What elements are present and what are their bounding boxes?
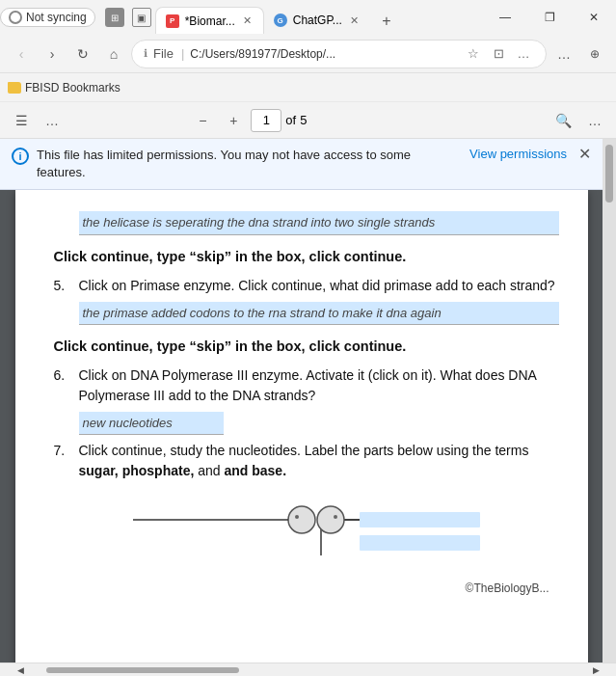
pdf-more-button[interactable]: … — [39, 107, 66, 134]
refresh-button[interactable]: ↻ — [69, 41, 96, 68]
svg-rect-4 — [360, 535, 480, 551]
tab-favicon-chatgpt: G — [274, 14, 287, 27]
q7-sugar: sugar, — [79, 463, 119, 478]
tab-favicon-biomar: P — [166, 14, 179, 28]
svg-point-6 — [288, 506, 315, 533]
page-total-label: 5 — [300, 113, 307, 127]
bookmarks-label: FBISD Bookmarks — [25, 81, 121, 95]
q7-base: and base. — [224, 463, 286, 478]
tab-close-biomar[interactable]: ✕ — [241, 14, 254, 28]
address-separator: | — [181, 46, 184, 61]
pdf-search-button[interactable]: 🔍 — [550, 107, 577, 134]
sync-icon — [9, 11, 22, 24]
nucleotide-diagram — [123, 493, 490, 570]
maximize-button[interactable]: ❐ — [527, 2, 572, 33]
bookmarks-folder[interactable]: FBISD Bookmarks — [8, 81, 121, 95]
address-more-icon[interactable]: … — [513, 43, 534, 65]
pdf-content: i This file has limited permissions. You… — [0, 139, 603, 662]
scrollbar-track[interactable] — [603, 139, 616, 662]
page-number-input[interactable] — [251, 109, 281, 132]
address-path: C:/Users/891977/Desktop/... — [190, 47, 335, 61]
tabs-bar: P *Biomar... ✕ G ChatGP... ✕ + — [151, 1, 483, 34]
back-button[interactable]: ‹ — [8, 41, 35, 68]
q6-text: Click on DNA Polymerase III enzyme. Acti… — [79, 365, 559, 406]
banner-close-button[interactable]: ✕ — [578, 147, 591, 162]
bookmarks-bar: FBISD Bookmarks — [0, 73, 616, 102]
pdf-right-buttons: 🔍 … — [550, 107, 608, 134]
tab-chatgpt[interactable]: G ChatGP... ✕ — [264, 7, 370, 34]
q7-text: Click continue, study the nucleotides. L… — [79, 441, 559, 481]
bottom-scrollbar: ◀ ▶ — [0, 662, 616, 676]
tab-title-biomar: *Biomar... — [185, 14, 235, 28]
pdf-menu-button[interactable]: ☰ — [8, 107, 35, 134]
q5-text: Click on Primase enzyme. Click continue,… — [79, 276, 555, 296]
page-of-label: of — [285, 113, 296, 127]
tab-close-chatgpt[interactable]: ✕ — [348, 14, 361, 28]
minimize-button[interactable]: — — [483, 2, 527, 33]
address-bar[interactable]: ℹ File | C:/Users/891977/Desktop/... ☆ ⊡… — [131, 40, 547, 68]
address-file-label: File — [153, 46, 174, 61]
instruction-2: Click continue, type “skip” in the box, … — [54, 337, 559, 358]
favorite-icon[interactable]: ☆ — [463, 43, 484, 65]
address-right-icons: ☆ ⊡ … — [463, 43, 534, 65]
sync-button[interactable]: Not syncing — [0, 8, 95, 27]
permission-banner: i This file has limited permissions. You… — [0, 139, 603, 190]
zoom-in-button[interactable]: + — [220, 107, 247, 134]
folder-icon — [8, 82, 21, 94]
copyright-line: ©TheBiologyB... — [54, 580, 559, 597]
hscroll-thumb[interactable] — [46, 667, 239, 673]
browser-view-icon[interactable]: ▣ — [132, 8, 151, 27]
question-6: 6. Click on DNA Polymerase III enzyme. A… — [54, 365, 559, 406]
svg-point-8 — [295, 515, 299, 519]
tab-biomar[interactable]: P *Biomar... ✕ — [155, 7, 264, 34]
titlebar: Not syncing ⊞ ▣ P *Biomar... ✕ G — [0, 0, 616, 35]
zoom-out-button[interactable]: − — [189, 107, 216, 134]
extensions-button[interactable]: ⊕ — [581, 41, 608, 68]
info-icon: i — [12, 148, 29, 165]
view-permissions-link[interactable]: View permissions — [469, 147, 567, 161]
question-7: 7. Click continue, study the nucleotides… — [54, 441, 559, 481]
close-button[interactable]: ✕ — [572, 2, 616, 33]
titlebar-left: Not syncing ⊞ ▣ — [0, 8, 151, 27]
pdf-more2-button[interactable]: … — [581, 107, 608, 134]
q5-answer: the primase added codons to the rna stra… — [79, 302, 559, 326]
titlebar-tabs-row: Not syncing ⊞ ▣ P *Biomar... ✕ G — [0, 0, 616, 35]
question-5: 5. Click on Primase enzyme. Click contin… — [54, 276, 559, 296]
home-button[interactable]: ⌂ — [100, 41, 127, 68]
page-controls: − + of 5 — [189, 107, 307, 134]
instruction-1: Click continue, type “skip” in the box, … — [54, 247, 559, 268]
forward-button[interactable]: › — [39, 41, 66, 68]
tab-title-chatgpt: ChatGP... — [293, 14, 342, 27]
workspaces-icon[interactable]: ⊞ — [105, 8, 124, 27]
nucleotide-svg — [123, 493, 509, 570]
scrollbar-thumb[interactable] — [605, 145, 613, 203]
pdf-toolbar: ☰ … − + of 5 🔍 … — [0, 102, 616, 139]
split-view-icon[interactable]: ⊡ — [488, 43, 509, 65]
helicase-answer: the helicase is seperating the dna stran… — [79, 211, 559, 235]
q5-num: 5. — [54, 276, 73, 296]
window-controls: — ❐ ✕ — [483, 2, 616, 33]
svg-point-7 — [317, 506, 344, 533]
addressbar-row: ‹ › ↻ ⌂ ℹ File | C:/Users/891977/Desktop… — [0, 35, 616, 73]
q7-phosphate: phosphate, — [122, 463, 195, 478]
svg-point-9 — [334, 515, 337, 519]
q7-num: 7. — [54, 441, 73, 481]
sync-label: Not syncing — [26, 11, 87, 24]
permission-text: This file has limited permissions. You m… — [37, 147, 454, 181]
content-wrapper: i This file has limited permissions. You… — [0, 139, 616, 662]
titlebar-icons: ⊞ ▣ — [105, 8, 151, 27]
hscroll-right-button[interactable]: ▶ — [589, 663, 603, 677]
pdf-page: the helicase is seperating the dna stran… — [15, 190, 588, 662]
q6-num: 6. — [54, 365, 73, 406]
svg-rect-3 — [360, 512, 480, 527]
security-icon: ℹ — [144, 47, 147, 60]
new-tab-button[interactable]: + — [374, 9, 399, 34]
browser-more-button[interactable]: … — [550, 41, 577, 68]
q6-answer: new nucleotides — [79, 412, 224, 436]
hscroll-left-button[interactable]: ◀ — [13, 663, 27, 677]
